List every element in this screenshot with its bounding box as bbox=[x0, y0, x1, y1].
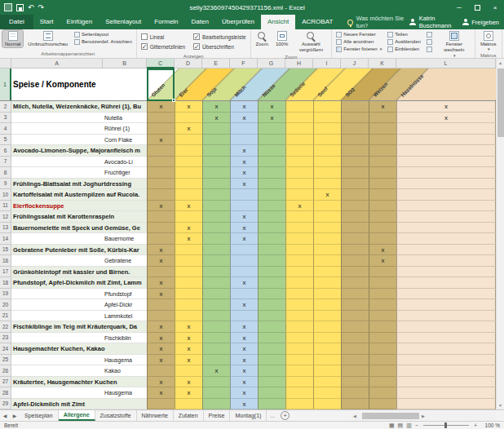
allergen-cell-K6[interactable] bbox=[369, 145, 396, 157]
allergen-cell-D13[interactable]: x bbox=[175, 223, 202, 234]
row-header-6[interactable]: 6 bbox=[0, 145, 11, 157]
ribbon-tab-einfügen[interactable]: Einfügen bbox=[60, 15, 99, 29]
sheet-tab-overflow[interactable]: ... bbox=[267, 413, 278, 418]
allergen-cell-D2[interactable]: x bbox=[175, 101, 202, 113]
allergen-cell-F11[interactable] bbox=[230, 201, 258, 212]
allergen-cell-I13[interactable] bbox=[313, 223, 341, 234]
allergen-cell-D10[interactable] bbox=[175, 189, 202, 201]
scroll-down-icon[interactable]: ▼ bbox=[497, 401, 504, 409]
allergen-cell-I12[interactable] bbox=[313, 211, 341, 223]
ribbon-tab-formeln[interactable]: Formeln bbox=[148, 15, 184, 29]
row-header-13[interactable]: 13 bbox=[0, 223, 11, 234]
row-header-22[interactable]: 22 bbox=[0, 321, 11, 333]
allergen-cell-L24[interactable] bbox=[396, 343, 496, 355]
allergen-cell-I2[interactable] bbox=[313, 101, 341, 113]
allergen-cell-I23[interactable] bbox=[313, 333, 341, 344]
allergen-cell-G27[interactable] bbox=[258, 377, 285, 388]
row-header-5[interactable]: 5 bbox=[0, 135, 11, 146]
allergen-cell-L14[interactable] bbox=[396, 233, 496, 245]
allergen-cell-D8[interactable] bbox=[175, 167, 202, 179]
allergen-cell-G15[interactable] bbox=[258, 245, 285, 256]
column-header-L[interactable]: L bbox=[396, 59, 496, 69]
dish-name-cell-15[interactable]: Gebratene Putenleber mit Soße, Kürbis-Ka… bbox=[11, 245, 147, 256]
allergen-cell-I28[interactable] bbox=[313, 387, 341, 399]
allergen-cell-J3[interactable] bbox=[341, 113, 369, 124]
allergen-cell-F20[interactable]: x bbox=[230, 299, 258, 311]
allergen-cell-E11[interactable] bbox=[202, 201, 230, 212]
allergen-cell-D28[interactable]: x bbox=[175, 387, 202, 399]
allergen-cell-I11[interactable] bbox=[313, 201, 341, 212]
allergen-cell-C7[interactable] bbox=[147, 157, 175, 168]
allergen-cell-L29[interactable] bbox=[396, 399, 496, 410]
allergen-cell-H22[interactable] bbox=[285, 321, 313, 333]
column-header-J[interactable]: J bbox=[341, 59, 369, 69]
row-header-7[interactable]: 7 bbox=[0, 157, 11, 168]
status-view-break-icon[interactable]: ▥ bbox=[406, 422, 412, 429]
allergen-cell-E24[interactable] bbox=[202, 343, 230, 355]
allergen-cell-F5[interactable] bbox=[230, 135, 258, 146]
allergen-cell-G17[interactable] bbox=[258, 267, 285, 278]
allergen-cell-D5[interactable] bbox=[175, 135, 202, 146]
allergen-cell-D16[interactable] bbox=[175, 255, 202, 267]
sheet-tab-speiseplan[interactable]: Speiseplan bbox=[20, 410, 59, 421]
dish-name-cell-22[interactable]: Fischkiblinge im Teig mit Kräuterquark, … bbox=[11, 321, 147, 333]
allergen-cell-K27[interactable] bbox=[369, 377, 396, 388]
allergen-cell-E19[interactable] bbox=[202, 289, 230, 300]
allergen-cell-K13[interactable] bbox=[369, 223, 396, 234]
allergen-cell-J17[interactable] bbox=[341, 267, 369, 278]
allergen-cell-D17[interactable] bbox=[175, 267, 202, 278]
allergen-cell-F26[interactable]: x bbox=[230, 365, 258, 377]
allergen-cell-J15[interactable] bbox=[341, 245, 369, 256]
status-view-normal-icon[interactable]: ▦ bbox=[389, 422, 395, 429]
allergen-cell-F9[interactable]: x bbox=[230, 179, 258, 190]
column-header-C[interactable]: C bbox=[147, 59, 175, 69]
dish-name-cell-21[interactable]: Lammkotel bbox=[11, 311, 147, 322]
allergen-cell-J8[interactable] bbox=[341, 167, 369, 179]
allergen-cell-F25[interactable]: x bbox=[230, 355, 258, 366]
allergen-cell-H26[interactable] bbox=[285, 365, 313, 377]
allergen-cell-F14[interactable]: x bbox=[230, 233, 258, 245]
allergen-cell-L15[interactable] bbox=[396, 245, 496, 256]
split-button[interactable]: Teilen bbox=[386, 31, 422, 38]
allergen-cell-C11[interactable]: x bbox=[147, 201, 175, 212]
allergen-cell-C3[interactable] bbox=[147, 113, 175, 124]
allergen-cell-J14[interactable] bbox=[341, 233, 369, 245]
vertical-scrollbar[interactable]: ▲ ▼ bbox=[496, 59, 504, 409]
allergen-cell-F28[interactable]: x bbox=[230, 387, 258, 399]
allergen-cell-C4[interactable] bbox=[147, 123, 175, 135]
allergen-cell-D27[interactable]: x bbox=[175, 377, 202, 388]
zoom-level[interactable]: 100 % bbox=[480, 422, 500, 428]
allergen-cell-E29[interactable] bbox=[202, 399, 230, 410]
allergen-cell-J5[interactable] bbox=[341, 135, 369, 146]
allergen-cell-K20[interactable] bbox=[369, 299, 396, 311]
allergen-cell-F15[interactable] bbox=[230, 245, 258, 256]
ribbon-tab-acrobat[interactable]: ACROBAT bbox=[295, 15, 339, 29]
allergen-cell-H19[interactable] bbox=[285, 289, 313, 300]
allergen-cell-G10[interactable] bbox=[258, 189, 285, 201]
scroll-left-icon[interactable]: ◀ bbox=[351, 414, 359, 418]
allergen-cell-L3[interactable]: x bbox=[396, 113, 496, 124]
dish-name-cell-14[interactable]: Bauernome bbox=[11, 233, 147, 245]
allergen-cell-I17[interactable] bbox=[313, 267, 341, 278]
allergen-cell-J23[interactable] bbox=[341, 333, 369, 344]
allergen-cell-C22[interactable]: x bbox=[147, 321, 175, 333]
sheet-tab-preise[interactable]: Preise bbox=[204, 410, 231, 421]
allergen-cell-E28[interactable] bbox=[202, 387, 230, 399]
zoom-out-icon[interactable]: − bbox=[415, 422, 418, 428]
allergen-cell-C15[interactable]: x bbox=[147, 245, 175, 256]
allergen-cell-I18[interactable] bbox=[313, 277, 341, 289]
allergen-cell-F23[interactable]: x bbox=[230, 333, 258, 344]
allergen-cell-E2[interactable]: x bbox=[202, 101, 230, 113]
row-header-12[interactable]: 12 bbox=[0, 211, 11, 223]
allergen-cell-I16[interactable] bbox=[313, 255, 341, 267]
new-window-button[interactable]: Neues Fenster bbox=[334, 31, 383, 38]
allergen-cell-K22[interactable] bbox=[369, 321, 396, 333]
allergen-cell-E6[interactable] bbox=[202, 145, 230, 157]
allergen-cell-F24[interactable]: x bbox=[230, 343, 258, 355]
allergen-cell-K3[interactable] bbox=[369, 113, 396, 124]
allergen-cell-E9[interactable] bbox=[202, 179, 230, 190]
allergen-cell-H17[interactable] bbox=[285, 267, 313, 278]
sheet-next-icon[interactable]: ▶ bbox=[13, 413, 17, 418]
allergen-cell-H7[interactable] bbox=[285, 157, 313, 168]
dish-name-cell-7[interactable]: Avocado-Li bbox=[11, 157, 147, 168]
